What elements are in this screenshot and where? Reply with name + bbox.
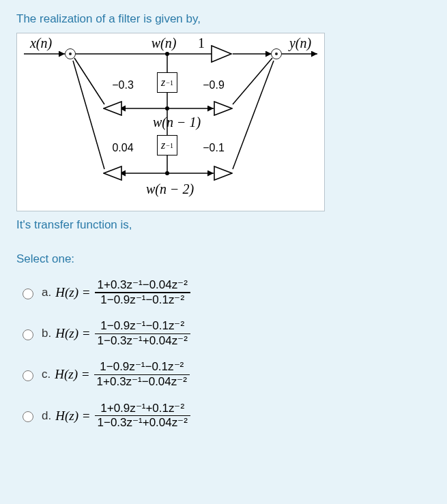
option-a-den: 1−0.9z⁻¹−0.1z⁻² (98, 293, 187, 307)
options-group: Select one: a. H(z) = 1+0.3z⁻¹−0.04z⁻² 1… (16, 252, 431, 430)
x-label: x(n) (30, 35, 52, 51)
gain-triangle-ff2 (214, 166, 233, 181)
option-b[interactable]: b. H(z) = 1−0.9z⁻¹−0.1z⁻² 1−0.3z⁻¹+0.04z… (19, 319, 431, 348)
delay-box-1: z−1 (157, 72, 177, 93)
y-label: y(n) (289, 35, 311, 51)
option-d[interactable]: d. H(z) = 1+0.9z⁻¹+0.1z⁻² 1−0.3z⁻¹+0.04z… (19, 402, 431, 430)
w-label: w(n) (152, 35, 177, 51)
option-b-radio[interactable] (23, 329, 33, 340)
w-node (165, 52, 169, 56)
option-a-fraction: 1+0.3z⁻¹−0.04z⁻² 1−0.9z⁻¹−0.1z⁻² (95, 278, 190, 307)
option-c-num: 1−0.9z⁻¹−0.1z⁻² (97, 360, 186, 374)
output-summing-node (271, 48, 282, 59)
option-a-num: 1+0.3z⁻¹−0.04z⁻² (95, 278, 190, 292)
svg-marker-21 (214, 166, 232, 180)
gain-triangle-fb1 (103, 101, 122, 116)
option-b-lead: H(z) = (55, 326, 90, 341)
option-c-lead: H(z) = (55, 367, 89, 382)
svg-marker-20 (104, 166, 121, 180)
option-d-den: 1−0.3z⁻¹+0.04z⁻² (95, 416, 190, 430)
option-d-lead: H(z) = (55, 409, 90, 424)
fb2-coef: 0.04 (112, 142, 133, 154)
w1-tap (165, 106, 169, 110)
svg-marker-18 (104, 102, 121, 115)
input-summing-node (65, 48, 76, 59)
ff1-coef: −0.9 (203, 79, 225, 91)
filter-diagram: z−1 z−1 x(n) w(n) 1 y(n) −0.3 −0.9 w(n −… (16, 33, 325, 211)
option-d-letter: d. (42, 409, 51, 423)
option-a[interactable]: a. H(z) = 1+0.3z⁻¹−0.04z⁻² 1−0.9z⁻¹−0.1z… (19, 278, 431, 307)
option-c[interactable]: c. H(z) = 1−0.9z⁻¹−0.1z⁻² 1+0.3z⁻¹−0.04z… (19, 360, 431, 389)
delay-1-exp: −1 (166, 79, 173, 87)
gain-triangle-forward (211, 45, 233, 63)
option-a-lead: H(z) = (55, 285, 90, 300)
option-d-num: 1+0.9z⁻¹+0.1z⁻² (98, 402, 187, 415)
delay-1-z: z (161, 76, 165, 89)
w2-tap (165, 171, 169, 175)
option-b-fraction: 1−0.9z⁻¹−0.1z⁻² 1−0.3z⁻¹+0.04z⁻² (95, 319, 190, 348)
gain-triangle-ff1 (214, 101, 233, 116)
delay-2-z: z (161, 139, 165, 151)
ff2-coef: −0.1 (203, 142, 225, 154)
delay-box-2: z−1 (157, 135, 177, 155)
fb1-coef: −0.3 (112, 79, 134, 91)
option-d-fraction: 1+0.9z⁻¹+0.1z⁻² 1−0.3z⁻¹+0.04z⁻² (95, 402, 190, 430)
question-subprompt: It's transfer function is, (16, 218, 431, 232)
option-b-den: 1−0.3z⁻¹+0.04z⁻² (95, 334, 190, 348)
option-d-radio[interactable] (23, 411, 33, 422)
option-c-den: 1+0.3z⁻¹−0.04z⁻² (94, 375, 190, 389)
option-c-radio[interactable] (23, 370, 33, 381)
svg-marker-19 (214, 102, 232, 115)
option-b-num: 1−0.9z⁻¹−0.1z⁻² (98, 319, 187, 333)
option-b-letter: b. (42, 327, 51, 340)
question-prompt: The realization of a filter is given by, (16, 12, 431, 26)
option-c-letter: c. (42, 368, 51, 381)
w2-label: w(n − 2) (146, 181, 194, 197)
delay-2-exp: −1 (166, 142, 173, 149)
svg-line-14 (73, 61, 104, 169)
gain-label: 1 (198, 35, 205, 51)
w1-label: w(n − 1) (153, 115, 201, 130)
option-a-letter: a. (42, 286, 51, 299)
option-a-radio[interactable] (23, 288, 33, 299)
gain-triangle-fb2 (103, 166, 122, 181)
option-c-fraction: 1−0.9z⁻¹−0.1z⁻² 1+0.3z⁻¹−0.04z⁻² (94, 360, 190, 389)
select-one-label: Select one: (16, 252, 431, 266)
svg-marker-17 (212, 46, 231, 62)
svg-line-16 (233, 61, 274, 169)
